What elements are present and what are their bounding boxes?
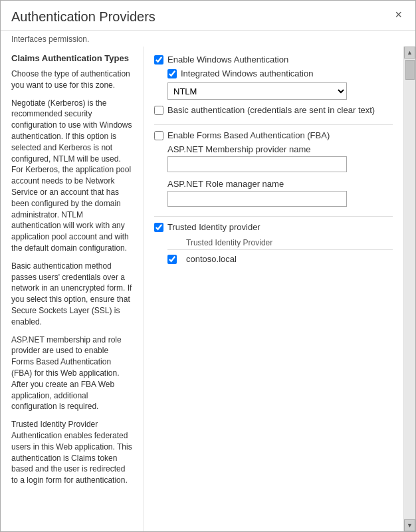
authentication-providers-dialog: Authentication Providers × Interfaces pe… <box>0 0 416 532</box>
scroll-up-button[interactable]: ▲ <box>404 47 415 59</box>
membership-label: ASP.NET Membership provider name <box>167 144 393 154</box>
forms-auth-label[interactable]: Enable Forms Based Authentication (FBA) <box>167 130 330 140</box>
scrollbar: ▲ ▼ <box>403 47 415 531</box>
windows-auth-section: Enable Windows Authentication Integrated… <box>154 55 393 115</box>
choose-text: Choose the type of authentication you wa… <box>11 69 130 90</box>
trusted-section: Trusted Identity Provider Authentication… <box>11 419 132 486</box>
membership-input[interactable] <box>167 156 347 172</box>
negotiate-section: Negotiate (Kerberos) is the recommended … <box>11 98 132 254</box>
scroll-down-button[interactable]: ▼ <box>404 519 415 531</box>
trusted-table-header: Trusted Identity Provider <box>167 236 393 250</box>
membership-field-group: ASP.NET Membership provider name <box>154 144 393 172</box>
integrated-windows-checkbox[interactable] <box>167 69 177 78</box>
dialog-title: Authentication Providers <box>11 9 156 25</box>
basic-auth-checkbox[interactable] <box>154 106 163 115</box>
role-manager-input[interactable] <box>167 191 347 207</box>
integrated-windows-row: Integrated Windows authentication <box>154 68 393 78</box>
integrated-windows-label[interactable]: Integrated Windows authentication <box>181 68 313 78</box>
divider-2 <box>154 216 393 217</box>
dialog-header: Authentication Providers × <box>1 1 415 31</box>
trusted-row: Trusted Identity provider <box>154 222 393 232</box>
forms-auth-section: Enable Forms Based Authentication (FBA) … <box>154 130 393 207</box>
trusted-identity-section: Trusted Identity provider Trusted Identi… <box>154 222 393 265</box>
role-manager-field-group: ASP.NET Role manager name <box>154 179 393 207</box>
enable-windows-auth-row: Enable Windows Authentication <box>154 55 393 65</box>
basic-auth-text: Basic authentication method passes users… <box>11 261 132 327</box>
choose-section: Choose the type of authentication you wa… <box>11 68 132 91</box>
aspnet-section: ASP.NET membership and role provider are… <box>11 334 132 413</box>
contoso-local-checkbox[interactable] <box>167 255 177 264</box>
trusted-identity-label[interactable]: Trusted Identity provider <box>167 222 260 232</box>
close-button[interactable]: × <box>392 9 405 21</box>
negotiate-text: Negotiate (Kerberos) is the recommended … <box>11 98 132 253</box>
ntlm-select[interactable]: NTLM Negotiate (Kerberos) <box>167 82 347 100</box>
aspnet-text: ASP.NET membership and role provider are… <box>11 335 122 412</box>
trusted-text: Trusted Identity Provider Authentication… <box>11 420 132 485</box>
contoso-local-label: contoso.local <box>186 254 237 264</box>
dialog-subtitle: Interfaces permission. <box>1 31 415 47</box>
right-panel: Enable Windows Authentication Integrated… <box>144 47 403 531</box>
dialog-body: Claims Authentication Types Choose the t… <box>1 47 415 531</box>
scroll-track <box>404 59 415 519</box>
divider-1 <box>154 124 393 125</box>
basic-auth-label[interactable]: Basic authentication (credentials are se… <box>167 105 375 115</box>
ntlm-dropdown-row: NTLM Negotiate (Kerberos) <box>167 82 393 100</box>
role-manager-label: ASP.NET Role manager name <box>167 179 393 189</box>
forms-auth-checkbox[interactable] <box>154 131 163 140</box>
basic-auth-row: Basic authentication (credentials are se… <box>154 105 393 115</box>
enable-windows-auth-checkbox[interactable] <box>154 55 163 65</box>
trusted-identity-checkbox[interactable] <box>154 223 163 232</box>
trusted-table: Trusted Identity Provider contoso.local <box>154 236 393 265</box>
trusted-provider-row: contoso.local <box>167 253 393 265</box>
basic-auth-section: Basic authentication method passes users… <box>11 261 132 328</box>
fba-row: Enable Forms Based Authentication (FBA) <box>154 130 393 140</box>
enable-windows-auth-label[interactable]: Enable Windows Authentication <box>167 55 288 65</box>
left-panel: Claims Authentication Types Choose the t… <box>1 47 144 531</box>
claims-auth-title: Claims Authentication Types <box>11 53 132 63</box>
scroll-thumb[interactable] <box>405 60 415 80</box>
